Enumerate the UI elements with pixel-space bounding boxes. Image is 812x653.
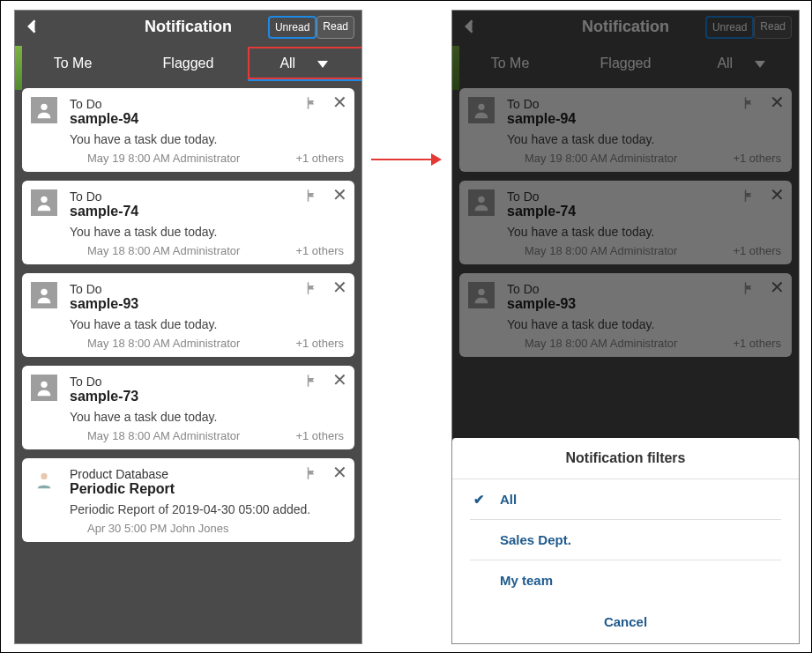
card-actions: ✕ [304, 188, 347, 207]
card-category: Product Database [70, 467, 344, 481]
card-others: +1 others [295, 244, 344, 257]
tabs-row: To Me Flagged All [15, 46, 361, 81]
filter-option-label: Sales Dept. [500, 532, 571, 547]
notification-panel-after: Notification Unread Read To Me Flagged A… [451, 10, 800, 644]
card-others: +1 others [295, 152, 344, 165]
card-actions: ✕ [304, 280, 347, 300]
card-date: May 19 8:00 AM [87, 152, 173, 165]
card-category: To Do [70, 375, 344, 389]
notification-card[interactable]: ✕To Dosample-73You have a task due today… [22, 366, 354, 449]
notification-card[interactable]: ✕To Dosample-93You have a task due today… [22, 273, 354, 357]
card-title: sample-93 [70, 296, 344, 312]
svg-point-3 [41, 382, 47, 388]
card-user: Administrator [173, 429, 241, 442]
card-user: John Jones [170, 522, 229, 535]
card-content: To Dosample-74You have a task due today.… [70, 189, 344, 257]
card-meta: May 18 8:00 AM Administrator+1 others [70, 244, 344, 257]
card-meta: May 18 8:00 AM Administrator+1 others [70, 429, 344, 442]
filter-option-label: My team [500, 573, 553, 588]
filter-sheet: Notification filters ✔AllSales Dept.My t… [452, 438, 799, 643]
check-icon: ✔ [473, 492, 485, 508]
avatar [31, 189, 57, 216]
flag-icon[interactable] [304, 280, 320, 300]
card-user: Administrator [173, 337, 241, 350]
card-title: sample-74 [70, 204, 344, 219]
card-actions: ✕ [304, 373, 347, 392]
card-date: Apr 30 5:00 PM [87, 522, 170, 535]
read-toggle[interactable]: Read [317, 16, 354, 39]
card-category: To Do [70, 97, 344, 111]
card-body: You have a task due today. [70, 132, 344, 146]
card-user: Administrator [173, 152, 241, 165]
card-body: Periodic Report of 2019-04-30 05:00 adde… [70, 502, 344, 516]
svg-point-1 [41, 197, 47, 203]
card-content: Product DatabasePeriodic ReportPeriodic … [70, 467, 344, 535]
card-category: To Do [70, 282, 344, 296]
close-icon[interactable]: ✕ [332, 465, 347, 485]
svg-point-2 [41, 289, 47, 295]
tab-flagged[interactable]: Flagged [130, 46, 246, 81]
svg-point-4 [41, 473, 47, 479]
sheet-items: ✔AllSales Dept.My team [452, 479, 799, 600]
avatar [31, 467, 57, 493]
close-icon[interactable]: ✕ [332, 373, 347, 392]
card-category: To Do [70, 189, 344, 204]
sheet-cancel-button[interactable]: Cancel [452, 600, 799, 643]
card-others: +1 others [295, 429, 344, 442]
card-date: May 18 8:00 AM [87, 244, 173, 257]
tab-underline [248, 78, 362, 81]
close-icon[interactable]: ✕ [332, 280, 347, 300]
card-user: Administrator [173, 244, 241, 257]
card-date: May 18 8:00 AM [87, 337, 173, 350]
avatar [31, 97, 57, 123]
card-body: You have a task due today. [70, 410, 344, 424]
filter-option[interactable]: ✔All [470, 479, 781, 520]
tab-all[interactable]: All [246, 46, 361, 81]
card-actions: ✕ [304, 465, 347, 485]
unread-toggle[interactable]: Unread [268, 16, 317, 39]
card-date: May 18 8:00 AM [87, 429, 173, 442]
filter-option[interactable]: My team [470, 560, 781, 600]
filter-option-label: All [500, 492, 517, 507]
sheet-title: Notification filters [452, 438, 799, 479]
read-toggle-group: Unread Read [268, 16, 354, 39]
avatar [31, 375, 57, 401]
notification-list-left: ✕To Dosample-94You have a task due today… [15, 81, 361, 558]
header: Notification Unread Read [15, 11, 361, 46]
green-strip [15, 46, 22, 90]
notification-card[interactable]: ✕To Dosample-94You have a task due today… [22, 88, 354, 172]
card-meta: May 18 8:00 AM Administrator+1 others [70, 337, 344, 350]
card-others: +1 others [295, 337, 344, 350]
close-icon[interactable]: ✕ [332, 95, 347, 115]
card-title: Periodic Report [70, 481, 344, 497]
chevron-down-icon [317, 61, 328, 68]
svg-point-0 [41, 104, 47, 110]
close-icon[interactable]: ✕ [332, 188, 347, 207]
tab-to-me[interactable]: To Me [15, 46, 130, 81]
flag-icon[interactable] [304, 188, 320, 207]
card-content: To Dosample-73You have a task due today.… [70, 375, 344, 442]
card-body: You have a task due today. [70, 225, 344, 239]
card-actions: ✕ [304, 95, 347, 115]
arrow-icon [371, 151, 442, 168]
flag-icon[interactable] [304, 465, 320, 485]
card-title: sample-73 [70, 389, 344, 404]
card-body: You have a task due today. [70, 317, 344, 331]
notification-card[interactable]: ✕To Dosample-74You have a task due today… [22, 181, 354, 264]
notification-panel-before: Notification Unread Read To Me Flagged A… [14, 10, 362, 644]
card-meta: Apr 30 5:00 PM John Jones [70, 522, 344, 535]
avatar [31, 282, 57, 308]
card-title: sample-94 [70, 111, 344, 127]
flag-icon[interactable] [304, 373, 320, 392]
card-content: To Dosample-93You have a task due today.… [70, 282, 344, 350]
card-content: To Dosample-94You have a task due today.… [70, 97, 344, 165]
notification-card[interactable]: ✕Product DatabasePeriodic ReportPeriodic… [22, 458, 354, 542]
card-meta: May 19 8:00 AM Administrator+1 others [70, 152, 344, 165]
filter-option[interactable]: Sales Dept. [470, 520, 781, 560]
tab-all-label: All [279, 56, 295, 70]
flag-icon[interactable] [304, 95, 320, 115]
